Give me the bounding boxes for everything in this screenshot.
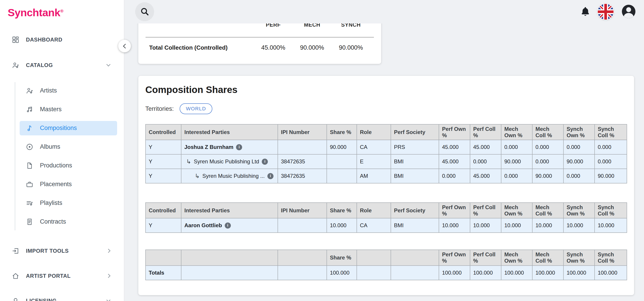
totals-perf-own: 100.000 xyxy=(439,266,470,280)
sidebar-item-artists[interactable]: Artists xyxy=(20,84,117,98)
cell-perf-coll: 45.000 xyxy=(470,140,501,154)
vinyl-record-icon xyxy=(26,143,34,151)
cell-party: Joshua Z Burnhami xyxy=(181,140,278,154)
cell-controlled: Y xyxy=(146,218,181,233)
sidebar-item-label: IMPORT TOOLS xyxy=(26,248,68,254)
territory-world-chip[interactable]: WORLD xyxy=(180,103,212,114)
catalog-submenu: Artists Masters Compositions Albums Prod… xyxy=(0,84,124,229)
sidebar-item-catalog[interactable]: CATALOG xyxy=(0,58,124,72)
cell-mech-own: 10.000 xyxy=(501,218,532,233)
language-button[interactable] xyxy=(597,3,614,20)
brand-logo[interactable]: Synchtank® xyxy=(0,0,124,19)
cell-synch-own: 0.000 xyxy=(564,140,594,154)
col-header-empty xyxy=(146,250,181,265)
notifications-button[interactable] xyxy=(580,6,591,18)
col-header-empty xyxy=(357,250,391,265)
party-name: Aaron Gottlieb xyxy=(184,222,222,228)
cell-perf-own: 10.000 xyxy=(439,218,470,233)
cell-role: CA xyxy=(357,140,391,154)
info-icon[interactable]: i xyxy=(236,144,242,150)
sidebar-item-playlists[interactable]: Playlists xyxy=(20,196,117,210)
sidebar-item-label: LICENSING xyxy=(26,298,57,301)
sidebar-item-placements[interactable]: Placements xyxy=(20,177,117,192)
cell-mech-coll: 10.000 xyxy=(532,218,564,233)
account-button[interactable] xyxy=(620,4,637,20)
col-header: Share % xyxy=(327,202,357,218)
sidebar-item-masters[interactable]: Masters xyxy=(20,102,117,117)
sidebar-item-import-tools[interactable]: IMPORT TOOLS xyxy=(0,244,124,258)
cell-synch-coll: 90.000 xyxy=(594,169,627,183)
cell-society: BMI xyxy=(391,218,439,233)
cell-controlled: Y xyxy=(146,154,181,169)
sidebar-item-label: Placements xyxy=(40,181,72,188)
sidebar-collapse-button[interactable] xyxy=(118,40,131,52)
header-row: Controlled Interested Parties IPI Number… xyxy=(146,202,627,218)
shares-row: Y ↳Syren Music Publishing Ltdi 38472635 … xyxy=(146,154,627,169)
totals-table: Share % Perf Own % Perf Coll % Mech Own … xyxy=(145,250,627,280)
col-header: Interested Parties xyxy=(181,124,278,140)
info-icon[interactable]: i xyxy=(262,158,268,165)
shares-table-2: Controlled Interested Parties IPI Number… xyxy=(145,202,627,233)
col-header: Synch Coll % xyxy=(594,202,627,218)
col-header: Synch Own % xyxy=(564,250,594,265)
col-header: Perf Coll % xyxy=(470,250,501,265)
sidebar-item-productions[interactable]: Productions xyxy=(20,158,117,173)
chevron-left-icon xyxy=(123,44,128,48)
sidebar-item-label: Artists xyxy=(40,87,57,94)
totals-perf-coll: 100.000 xyxy=(470,266,501,280)
import-panel-icon xyxy=(12,247,20,255)
col-header: Mech Coll % xyxy=(532,124,564,140)
total-collection-synch: 90.000% xyxy=(332,44,370,51)
chevron-right-icon xyxy=(106,274,110,278)
search-button[interactable] xyxy=(135,2,154,21)
sidebar-item-label: Playlists xyxy=(40,200,62,206)
total-collection-perf: 45.000% xyxy=(254,44,293,51)
file-icon xyxy=(26,162,34,170)
composition-shares-card: Composition Shares Territories: WORLD Co… xyxy=(138,76,634,295)
totals-mech-own: 100.000 xyxy=(501,266,532,280)
summary-column-headers: PERF MECH SYNCH xyxy=(149,24,370,28)
col-header: Role xyxy=(357,202,391,218)
col-header: Perf Own % xyxy=(439,202,470,218)
col-header-empty xyxy=(181,250,278,265)
cell-perf-own: 45.000 xyxy=(439,140,470,154)
cell-perf-coll: 0.000 xyxy=(470,154,501,169)
shares-row: Y Joshua Z Burnhami 90.000 CA PRS 45.000… xyxy=(146,140,627,154)
party-name: Joshua Z Burnham xyxy=(184,144,233,150)
topbar xyxy=(124,0,644,24)
cell-controlled: Y xyxy=(146,169,181,183)
col-header: Mech Own % xyxy=(501,250,532,265)
sidebar-item-label: Albums xyxy=(40,143,60,150)
total-collection-mech: 90.000% xyxy=(293,44,332,51)
col-header: Mech Own % xyxy=(501,124,532,140)
sidebar-item-contracts[interactable]: Contracts xyxy=(20,214,117,229)
sidebar-item-artist-portal[interactable]: ARTIST PORTAL xyxy=(0,269,124,283)
totals-row: Totals 100.000 100.000 100.000 100.000 1… xyxy=(146,266,627,280)
col-header: Mech Coll % xyxy=(532,250,564,265)
col-header: Share % xyxy=(327,250,357,265)
sidebar-item-albums[interactable]: Albums xyxy=(20,140,117,154)
content-area: PERF MECH SYNCH Total Collection (Contro… xyxy=(124,24,644,301)
brand-name: Synchtank xyxy=(8,6,60,18)
shares-row: Y Aaron Gottliebi 10.000 CA BMI 10.000 1… xyxy=(146,218,627,233)
summary-col-mech: MECH xyxy=(293,24,332,28)
col-header: Perf Society xyxy=(391,202,439,218)
chevron-right-icon xyxy=(106,249,110,253)
info-icon[interactable]: i xyxy=(268,173,274,179)
cell-ipi xyxy=(278,140,327,154)
home-icon xyxy=(12,272,20,280)
party-name: Syren Music Publishing ... xyxy=(202,173,265,179)
search-icon xyxy=(140,7,150,17)
cell-party: ↳Syren Music Publishing Ltdi xyxy=(181,154,278,169)
sidebar-item-label: Contracts xyxy=(40,218,66,225)
queue-list-icon xyxy=(26,199,34,207)
cell-synch-coll: 0.000 xyxy=(594,154,627,169)
uk-flag-icon xyxy=(598,4,614,20)
bell-icon xyxy=(580,6,591,18)
cell-mech-coll: 0.000 xyxy=(532,154,564,169)
cell-role: AM xyxy=(357,169,391,183)
info-icon[interactable]: i xyxy=(225,222,231,228)
sidebar-item-dashboard[interactable]: DASHBOARD xyxy=(0,32,124,47)
sidebar-item-licensing[interactable]: LICENSING xyxy=(0,294,124,301)
sidebar-item-compositions[interactable]: Compositions xyxy=(20,121,117,136)
